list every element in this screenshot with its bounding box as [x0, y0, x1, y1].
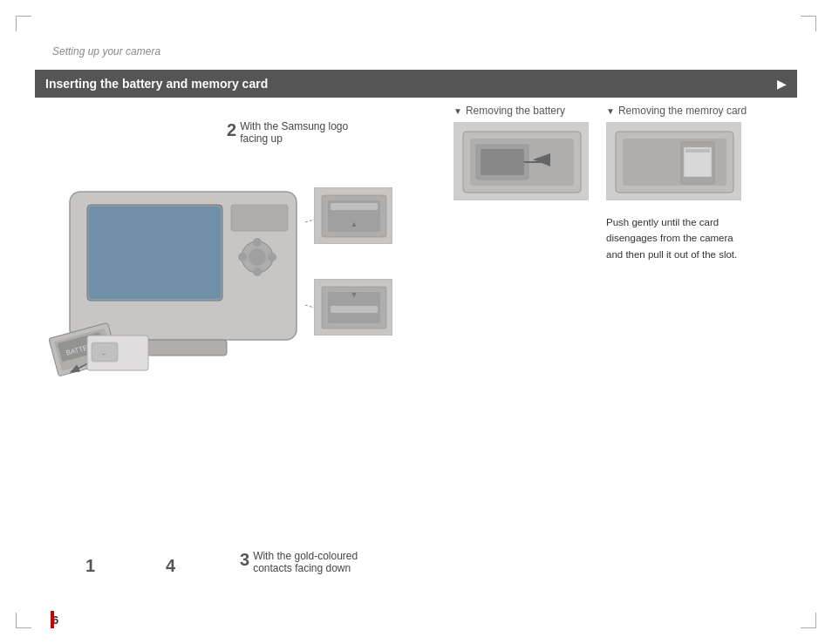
- svg-rect-3: [231, 205, 288, 231]
- corner-mark-tl: [16, 16, 31, 31]
- svg-rect-43: [685, 149, 710, 153]
- removing-memory-image: [606, 122, 741, 200]
- svg-rect-24: [331, 203, 378, 210]
- push-text: Push gently until the card disengages fr…: [606, 214, 747, 262]
- step2-container: 2 With the Samsung logo facing up: [227, 120, 348, 145]
- red-accent-bar: [51, 611, 54, 628]
- corner-mark-bl: [16, 613, 31, 628]
- svg-point-5: [249, 248, 266, 266]
- camera-illustration: BATTERY ←: [35, 148, 410, 392]
- corner-mark-tr: [801, 16, 816, 31]
- section-header: Inserting the battery and memory card ▶: [35, 70, 797, 98]
- step2-inset-image: ▲: [314, 187, 392, 244]
- step3-text: With the gold-coloured contacts facing d…: [253, 550, 358, 574]
- step3-container: 3 With the gold-coloured contacts facing…: [240, 550, 358, 574]
- svg-text:▼: ▼: [351, 290, 358, 299]
- removing-row: ▼ Removing the battery: [454, 105, 797, 262]
- page-title: Setting up your camera: [52, 45, 160, 58]
- section-header-title: Inserting the battery and memory card: [45, 77, 268, 91]
- step4-container: 4: [166, 556, 179, 576]
- step3-inset-image: ▼: [314, 279, 392, 336]
- svg-rect-29: [331, 306, 378, 313]
- step1-number: 1: [85, 556, 95, 576]
- right-section: ▼ Removing the battery: [436, 105, 797, 592]
- step2-number: 2: [227, 120, 236, 140]
- section-header-arrow: ▶: [777, 77, 787, 91]
- removing-battery-image: [454, 122, 589, 200]
- step1-container: 1: [85, 556, 99, 576]
- removing-memory-item: ▼ Removing the memroy card: [606, 105, 747, 262]
- main-content: 2 With the Samsung logo facing up: [35, 105, 797, 592]
- step3-number: 3: [240, 550, 249, 570]
- memory-triangle: ▼: [606, 106, 615, 116]
- step4-number: 4: [166, 556, 175, 575]
- removing-memory-label: ▼ Removing the memroy card: [606, 105, 747, 117]
- svg-text:▲: ▲: [351, 220, 358, 228]
- removing-battery-label: ▼ Removing the battery: [454, 105, 589, 117]
- left-section: 2 With the Samsung logo facing up: [35, 105, 436, 592]
- battery-triangle: ▼: [454, 106, 462, 116]
- svg-point-7: [268, 253, 276, 261]
- svg-text:←: ←: [102, 351, 108, 357]
- removing-battery-text: Removing the battery: [466, 105, 565, 117]
- removing-battery-item: ▼ Removing the battery: [454, 105, 589, 262]
- svg-rect-35: [481, 149, 524, 175]
- svg-point-9: [238, 253, 247, 261]
- removing-memory-text: Removing the memroy card: [618, 105, 747, 117]
- step2-text: With the Samsung logo facing up: [240, 120, 348, 145]
- svg-point-8: [253, 268, 262, 276]
- corner-mark-br: [801, 613, 816, 628]
- svg-point-6: [253, 238, 262, 247]
- svg-rect-2: [89, 207, 221, 299]
